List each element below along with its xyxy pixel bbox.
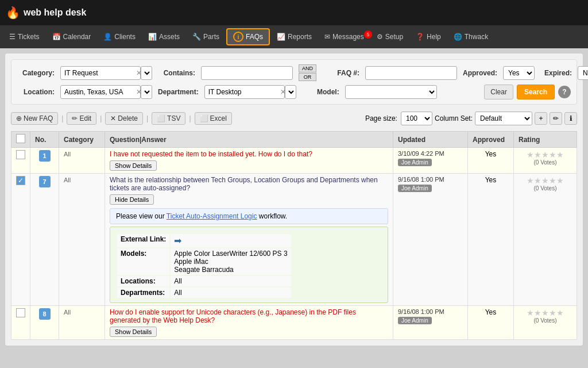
edit-label: Edit (79, 114, 91, 122)
nav-faqs[interactable]: i FAQs (226, 28, 270, 45)
parts-icon: 🔧 (192, 33, 201, 41)
table-row: 8 All How do I enable support for Unicod… (11, 306, 577, 340)
nav-help-label: Help (427, 33, 441, 41)
row-7-rating: ★★★★★ (0 Votes) (514, 174, 577, 306)
row-7-updated: 9/16/08 1:00 PM Joe Admin (393, 174, 468, 306)
category-input[interactable] (60, 66, 141, 80)
models-value: Apple Color LaserWriter 12/600 PS 3Apple… (171, 248, 291, 275)
row-8-checkbox[interactable] (16, 308, 25, 317)
row-7-cat-tag: All (64, 177, 71, 183)
location-input[interactable] (60, 85, 141, 99)
and-or-toggle: AND OR (299, 64, 316, 81)
content-area: Category: ✕ ▼ Contains: AND OR FAQ #: Ap… (5, 53, 583, 346)
detail-row-models: Models: Apple Color LaserWriter 12/600 P… (117, 248, 291, 275)
department-select[interactable]: ▼ (285, 85, 296, 99)
nav-clients-label: Clients (114, 33, 136, 41)
external-link-icon[interactable]: ➡ (174, 236, 181, 246)
nav-thwack[interactable]: 🌐 Thwack (448, 30, 494, 43)
add-col-button[interactable]: + (535, 112, 547, 125)
auto-assign-link[interactable]: Ticket Auto-Assignment Logic (167, 212, 257, 220)
category-clear-icon[interactable]: ✕ (136, 69, 142, 77)
row-7-num: 7 (30, 174, 59, 306)
expired-select[interactable]: NoYesBoth (578, 66, 588, 80)
clients-icon: 👤 (103, 33, 112, 41)
tsv-icon: ⬜ (157, 114, 165, 122)
nav-parts[interactable]: 🔧 Parts (187, 30, 225, 43)
filter-row-2: Location: ✕ ▼ Department: ✕ ▼ Model: Cle… (17, 85, 571, 99)
nav-calendar[interactable]: 📅 Calendar (47, 30, 97, 43)
edit-icon: ✏ (72, 114, 78, 122)
nav-clients[interactable]: 👤 Clients (98, 30, 141, 43)
edit-button[interactable]: ✏ Edit (67, 112, 96, 125)
expired-label: Expired: (540, 69, 572, 77)
row-8-badge: 8 (39, 308, 51, 320)
nav-assets-label: Assets (159, 33, 180, 41)
nav-thwack-label: Thwack (465, 33, 488, 41)
nav-help[interactable]: ❓ Help (410, 30, 447, 43)
row-7-stars: ★★★★★ (519, 176, 572, 185)
nav-reports[interactable]: 📈 Reports (271, 30, 318, 43)
row-8-cat-tag: All (64, 309, 71, 316)
header-checkbox (11, 132, 30, 148)
or-button[interactable]: OR (299, 73, 316, 81)
clear-button[interactable]: Clear (484, 85, 513, 99)
contains-input[interactable] (201, 66, 293, 80)
sep-2: | (99, 114, 103, 122)
filter-help-button[interactable]: ? (558, 86, 571, 98)
header-rating: Rating (514, 132, 577, 148)
row-8-rating: ★★★★★ (0 Votes) (514, 306, 577, 340)
nav-tickets[interactable]: ☰ Tickets (3, 30, 45, 43)
departments-value: All (171, 288, 291, 298)
detail-row-departments: Departments: All (117, 288, 291, 298)
faq-num-label: FAQ #: (322, 69, 359, 77)
row-8-show-details-button[interactable]: Show Details (110, 327, 157, 337)
search-button[interactable]: Search (517, 85, 555, 99)
nav-assets[interactable]: 📊 Assets (142, 30, 185, 43)
nav-messages[interactable]: ✉ Messages 5 (319, 30, 370, 43)
department-input[interactable] (204, 85, 285, 99)
row-7-badge: 7 (39, 176, 51, 187)
excel-button[interactable]: ⬜ Excel (195, 112, 232, 125)
department-clear-icon[interactable]: ✕ (280, 88, 286, 96)
and-button[interactable]: AND (299, 64, 316, 72)
ext-link-label: External Link: (117, 234, 169, 247)
header-category: Category (59, 132, 105, 148)
locations-value: All (171, 276, 291, 286)
nav-faqs-label: FAQs (246, 33, 263, 41)
model-select[interactable] (345, 85, 437, 99)
location-select[interactable]: ▼ (141, 85, 152, 99)
nav-setup[interactable]: ⚙ Setup (371, 30, 409, 43)
nav-calendar-label: Calendar (63, 33, 91, 41)
faq-num-input[interactable] (365, 66, 457, 80)
delete-button[interactable]: ✕ Delete (105, 112, 143, 125)
row-7-hide-details-button[interactable]: Hide Details (110, 194, 154, 205)
row-1-checkbox-cell (11, 148, 30, 174)
main-nav: ☰ Tickets 📅 Calendar 👤 Clients 📊 Assets … (0, 25, 588, 48)
row-8-stars: ★★★★★ (519, 308, 572, 317)
approved-label: Approved: (463, 69, 497, 77)
departments-label: Departments: (117, 288, 169, 298)
category-label: Category: (17, 69, 55, 77)
setup-icon: ⚙ (377, 33, 383, 41)
row-1-show-details-button[interactable]: Show Details (110, 160, 157, 171)
info-col-button[interactable]: ℹ (564, 112, 577, 125)
row-1-admin: Joe Admin (398, 159, 432, 166)
row-1-checkbox[interactable] (16, 150, 25, 159)
location-clear-icon[interactable]: ✕ (136, 88, 142, 96)
col-set-select[interactable]: Default (475, 112, 532, 125)
page-size-select[interactable]: 1005025 (401, 112, 432, 125)
nav-messages-label: Messages (332, 33, 364, 41)
row-1-stars: ★★★★★ (519, 150, 572, 159)
new-faq-button[interactable]: ⊕ New FAQ (11, 112, 58, 125)
approved-select[interactable]: YesNoBoth (503, 66, 535, 80)
category-select[interactable]: ▼ (141, 66, 152, 80)
contains-label: Contains: (158, 69, 195, 77)
messages-badge: 5 (364, 30, 372, 39)
col-set-wrap: Column Set: Default + ✏ ℹ (435, 112, 577, 125)
row-8-question-cell: How do I enable support for Unicode char… (105, 306, 393, 340)
row-7-checkbox[interactable]: ✓ (16, 176, 25, 185)
select-all-checkbox[interactable] (16, 134, 25, 143)
tsv-button[interactable]: ⬜ TSV (152, 112, 185, 125)
edit-col-button[interactable]: ✏ (550, 112, 562, 125)
models-label: Models: (117, 248, 169, 275)
